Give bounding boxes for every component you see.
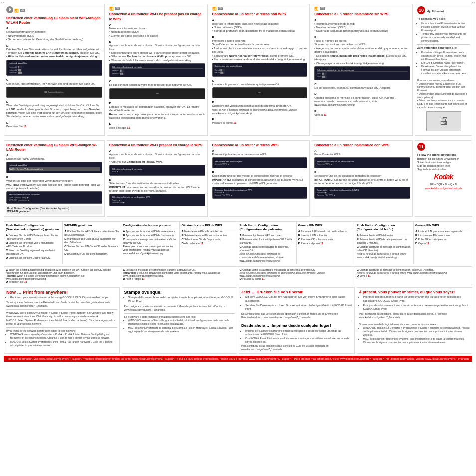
wps-row: Herstellen einer Verbindung zu einem WPS… xyxy=(4,140,472,220)
step-e-it: E Passare al punto 11 xyxy=(212,117,308,125)
footer-link-5[interactable]: • Per ulteriori informazioni, visitate w… xyxy=(383,357,469,360)
step-c-es: C De ser necesario, escriba su contraseñ… xyxy=(314,82,410,90)
cd-badge-fr: CD xyxy=(115,7,120,10)
now-print-body: Print from your smartphone or tablet usi… xyxy=(6,296,117,347)
wps-step-a-es: A Pulse Conectar WPS. Seleccione una red… xyxy=(314,149,410,169)
bot-col-es-push-body: A Pulse el botón WPS del router. B Pulse… xyxy=(357,233,412,259)
bot-col-it-pin: Genera PIN WPS A Annotare il PIN visuali… xyxy=(297,222,355,264)
wifi-symbol-fr: 📶 xyxy=(109,6,114,11)
step-d-fr: D Lorsque le message de confirmation s'a… xyxy=(109,101,205,120)
col-es-non-wps: 📶 CD Conectarse a un router inalámbrico … xyxy=(312,4,413,136)
bot-col-it-push-body: A Premere il pulsante WPS sul router. B … xyxy=(240,233,295,262)
ethernet-label: Ethernet xyxy=(432,10,444,13)
screenshot-wps-b-fr: Sélectionner le mode de configuration WP… xyxy=(109,194,205,206)
wps-step-b-es: B Seleccione uno de los siguientes métod… xyxy=(314,170,410,199)
footer-link-2[interactable]: • Weitere Informationen finden Sie unter… xyxy=(83,357,174,360)
step-b-de: B Drücken Sie Ihres Netzwerk. Wenn Ihr W… xyxy=(6,44,102,76)
apresent-col: À présent, vous pouvez imprimer, où que … xyxy=(357,287,473,354)
screenshot-wps-b-de: Sélectionner le réseau à connecter Push … xyxy=(6,191,102,203)
col-title-de-wps: Herstellen einer Verbindung zu einem WPS… xyxy=(6,143,102,152)
step-e-de: E Beachten Sie 11 xyxy=(6,121,102,129)
bot-col-es-pin-body: A Anote el PIN que aparece en la pantall… xyxy=(415,229,470,245)
screenshot-wps-b-es: Suggestión y método de configuración de … xyxy=(314,187,410,199)
page-container: + + + + 9 📶 CD Herstellen einer Verbindu… xyxy=(0,0,476,476)
step-e-fr: E Allez à l'étape 11 xyxy=(109,122,205,130)
col-title-fr-wps: Connexion à un routeur Wi-Fi prenant en … xyxy=(109,143,205,147)
col-it-wps: Connessione ad un router wireless WPS A … xyxy=(210,140,310,217)
wps-step-a-it: A Premere il pulsante per la connessione… xyxy=(212,149,308,169)
col-title-fr: Connexion à un routeur Wi-Fi ne prenant … xyxy=(109,12,205,21)
screenshot-wps-fr: Sélectionner le réseau à connecter WPS ▶ xyxy=(109,165,205,176)
step-a-fr: A Notez vos informations réseau:• Nom du… xyxy=(109,23,205,38)
printer-image: 🖨 xyxy=(426,111,461,131)
jetzt-desde: Jetzt … Drucken Sie von überall! Mit dem… xyxy=(239,287,355,354)
step-d-es: D Cuando aparezca el mensaje de confirma… xyxy=(314,92,410,107)
bot-col-es-push: Push Button Configuration (Configuración… xyxy=(355,222,414,264)
wps-step-a-de: A Drücken Sie 'WPS-Verbindung'. Netzwerk… xyxy=(6,153,102,173)
screenshot-wps-it: Selezionare rete a cui collegarsi Connet… xyxy=(212,157,308,168)
section-11-badge: 11 xyxy=(417,143,425,151)
footer-link-4[interactable]: • Para obtener más información, visite w… xyxy=(292,357,382,360)
step-c-de: C Geben Sie, falls erforderlich, Ihr Ken… xyxy=(6,78,102,98)
col-title-es: Conectarse a un router inalámbrico sin W… xyxy=(314,12,410,16)
wifi-symbol: 📶 xyxy=(14,8,19,13)
kodak-logo-area: Kodak xyxy=(417,173,470,181)
screenshot-keyboard-it: ⌨ xyxy=(212,87,308,98)
section-10-ethernet: 10 🔌 Ethernet To connect, you need: Have… xyxy=(415,4,472,136)
wps-step-b-de: B Wählen Sie eine der folgenden Verbindu… xyxy=(6,175,102,204)
ethernet-icon: 🔌 xyxy=(426,9,431,13)
step-b-it: B Immettere il nome della rete.Se nell'e… xyxy=(212,35,308,77)
bot-col-it-pin-body: A Annotare il PIN visualizzato sullo sch… xyxy=(298,229,353,245)
bot-col-it-push: Push Button Configuration (Configurazion… xyxy=(238,222,297,264)
screenshot-wps-b-it: Suggerire il metodo di configurazione WP… xyxy=(212,187,308,199)
col-title-it: Connessione ad un router wireless non WP… xyxy=(212,12,308,16)
bot-col-fr-push: Configuration du bouton poussoir A Appuy… xyxy=(121,222,180,264)
screenshot-wps-de: Netzwerk auswählen Wählen Sie eine Verbi… xyxy=(6,162,102,173)
screenshot-network-list: Netzwerk auswählen Network1 ▓░░ Network2… xyxy=(6,60,102,76)
corner-marks-right: + + xyxy=(472,1,475,4)
bot-col-es-pin-title: Genera PIN WPS xyxy=(415,223,470,228)
desde-title: Desde ahora… ¡Imprima desde cualquier lu… xyxy=(241,323,352,328)
bot-col-fr-push-title: Configuration du bouton poussoir xyxy=(123,223,178,228)
bot-col-fr-push-body: A Appuyez sur la touche WPS de votre rou… xyxy=(123,229,178,255)
section-10-body: To connect, you need: Have a functional … xyxy=(417,17,470,109)
bot-col-de-push-title: Push Button Configuration (Drucktastenko… xyxy=(6,223,61,232)
footer-link-1[interactable]: For more information, visit www.kodak.co… xyxy=(7,357,81,360)
bot-col-de-pin-title: WPS-PIN gewinnen xyxy=(64,223,119,228)
bottom-instr-row: Push Button Configuration (Drucktastenko… xyxy=(4,221,472,264)
wps-step-a-fr: A Appuyez sur le nom de votre réseau. Si… xyxy=(109,149,205,176)
screenshot-wps-es: Seleccione una red sin los pares conecta… xyxy=(314,157,410,168)
col-fr-non-wps: 📶 CD Connexion à un routeur Wi-Fi ne pre… xyxy=(107,4,208,136)
step-a-de: A Netzwerkinformationen notieren:• Netzw… xyxy=(6,26,102,41)
now-print-en: Now … Print from anywhere! Print from yo… xyxy=(4,287,120,354)
footer-link-3[interactable]: • Pour de plus amples informations, rend… xyxy=(176,357,291,360)
wps-confirm-es: C Cuando aparezca el mensaje de confirma… xyxy=(355,267,472,285)
apresent-body: Imprimez des documents à partir de votre… xyxy=(359,295,470,344)
now-print-area: Now … Print from anywhere! Print from yo… xyxy=(4,287,472,354)
col-fr-wps: Connexion à un routeur Wi-Fi prenant en … xyxy=(107,140,208,217)
bot-col-de-push-body: A Drücken Sie die WPS-Taste an Ihrem Rou… xyxy=(6,233,61,260)
jetzt-title: Jetzt … Drucken Sie von überall! xyxy=(241,290,352,294)
bot-col-fr-pin-body: A Notez le code PIN affiché à l'écran. B… xyxy=(181,229,236,245)
col-title-de: Herstellen einer Verbindung zu einem nic… xyxy=(6,16,102,25)
bot-col-fr-pin: Générer le code PIN de WPS A Notez le co… xyxy=(180,222,238,264)
step-c-it: C Immettere la password, se richiesto, q… xyxy=(212,79,308,99)
cd-badge: CD xyxy=(20,9,25,12)
step-b-es: B Pulse el nombre de su red.Si su red no… xyxy=(314,35,410,80)
screenshot-it-network: Selezionare rete a cui collegarsi Rete1 … xyxy=(212,63,308,77)
bot-col-es-pin: Genera PIN WPS A Anote el PIN que aparec… xyxy=(414,222,472,264)
screenshot-keyboard-fr: ⌨ xyxy=(109,88,205,99)
bot-col-es-push-title: Push Button Configuration (Configuración… xyxy=(357,223,412,232)
wps-pin-de: Push Button Configuration (Drucktastenko… xyxy=(6,206,102,215)
col-title-it-wps: Connessione ad un router wireless WPS xyxy=(212,143,308,147)
now-print-title: Now … Print from anywhere! xyxy=(6,290,117,295)
step-b-fr: B Appuyez sur le nom de votre réseau. Si… xyxy=(109,40,205,77)
section-10-badge: 10 xyxy=(417,6,425,14)
jetzt-body: Mit dem GOOGLE Cloud Print App können Si… xyxy=(241,295,352,351)
bot-col-de-push: Push Button Configuration (Drucktastenko… xyxy=(4,222,63,264)
col-de-non-wps: 9 📶 CD Herstellen einer Verbindung zu ei… xyxy=(4,4,105,136)
screenshot-keyboard-de: ⌨ Tastaturbildschirm xyxy=(6,87,102,98)
step-e-es: E Vaya a 11 xyxy=(314,109,410,117)
wps-confirm-de: C Wenn die Bestätigungsmeldung angezeigt… xyxy=(4,267,121,285)
step-a-es: A Registre la información de la red:• No… xyxy=(314,18,410,33)
